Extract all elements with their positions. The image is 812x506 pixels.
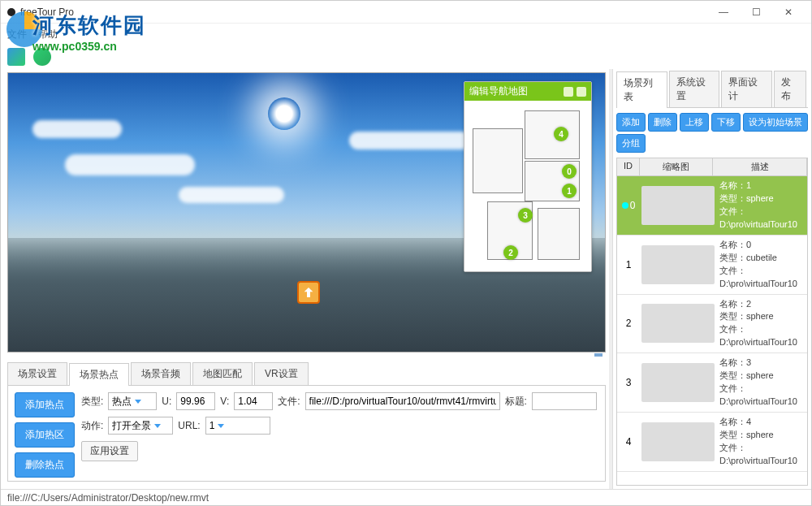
- set-initial-button[interactable]: 设为初始场景: [743, 113, 808, 132]
- minimap-panel[interactable]: 编辑导航地图 0 1 2: [464, 81, 592, 272]
- url-label: URL:: [178, 420, 200, 431]
- scene-thumbnail[interactable]: [641, 422, 715, 461]
- selected-indicator-icon: [622, 202, 628, 209]
- minimap-header[interactable]: 编辑导航地图: [464, 82, 591, 101]
- status-path: file:///C:/Users/Administrator/Desktop/n…: [7, 492, 209, 504]
- add-button[interactable]: 添加: [616, 113, 646, 132]
- scene-description: 名称：0类型：cubetile文件：D:\pro\virtualTour10: [716, 239, 807, 291]
- minimap-point-0[interactable]: 0: [562, 164, 577, 179]
- menu-help[interactable]: 帮助: [38, 28, 58, 41]
- window-title: freeTour Pro: [20, 6, 707, 18]
- type-label: 类型:: [81, 395, 103, 409]
- scene-list[interactable]: 0名称：1类型：sphere文件：D:\pro\virtualTour101名称…: [616, 176, 808, 486]
- move-down-button[interactable]: 下移: [711, 113, 741, 132]
- tab-ui-design[interactable]: 界面设计: [721, 71, 772, 107]
- minimap-body[interactable]: 0 1 2 3 4: [464, 101, 591, 271]
- scene-id: 3: [617, 377, 640, 388]
- minimap-restore-icon[interactable]: [577, 87, 586, 97]
- bottom-tab-row: 场景设置 场景热点 场景音频 地图匹配 VR设置: [7, 362, 606, 386]
- cloud-decoration: [349, 132, 471, 149]
- menubar: 文件 帮助: [1, 24, 811, 45]
- scene-id: 4: [617, 436, 640, 448]
- u-label: U:: [162, 396, 171, 407]
- minimap-point-3[interactable]: 3: [518, 208, 533, 223]
- toolbar-icon-2[interactable]: [33, 48, 51, 66]
- menu-file[interactable]: 文件: [7, 28, 27, 41]
- scene-id: 2: [617, 318, 640, 329]
- minimize-button[interactable]: —: [707, 2, 740, 23]
- cloud-decoration: [32, 120, 122, 138]
- tab-scene-hotspot[interactable]: 场景热点: [69, 363, 129, 386]
- hotspot-panel: 添加热点 添加热区 删除热点 类型: 热点 U: V: 文件: 标题:: [7, 386, 606, 482]
- hotspot-panel-form: 类型: 热点 U: V: 文件: 标题: 动作: 打开全景 URL: 1: [81, 392, 598, 474]
- minimap-point-2[interactable]: 2: [503, 245, 518, 260]
- right-tab-row: 场景列表 系统设置 界面设计 发布: [616, 71, 808, 108]
- delete-hotspot-button[interactable]: 删除热点: [15, 452, 75, 478]
- type-select[interactable]: 热点: [108, 392, 157, 410]
- file-input[interactable]: [305, 392, 500, 410]
- minimap-point-1[interactable]: 1: [562, 184, 577, 198]
- cloud-decoration: [179, 187, 284, 203]
- scene-description: 名称：3类型：sphere文件：D:\pro\virtualTour10: [716, 357, 807, 409]
- scene-thumbnail[interactable]: [641, 245, 715, 284]
- minimap-minimize-icon[interactable]: [564, 87, 573, 97]
- v-label: V:: [220, 396, 229, 407]
- hotspot-marker[interactable]: [297, 281, 320, 304]
- scene-row[interactable]: 0名称：1类型：sphere文件：D:\pro\virtualTour10: [617, 176, 807, 236]
- left-pane: 编辑导航地图 0 1 2: [1, 69, 609, 489]
- scene-row[interactable]: 1名称：0类型：cubetile文件：D:\pro\virtualTour10: [617, 236, 807, 295]
- maximize-button[interactable]: ☐: [740, 2, 772, 23]
- main-area: 编辑导航地图 0 1 2: [1, 69, 811, 489]
- scene-thumbnail[interactable]: [641, 304, 715, 343]
- u-input[interactable]: [176, 392, 215, 410]
- scene-thumbnail[interactable]: [641, 186, 715, 225]
- scene-description: 名称：1类型：sphere文件：D:\pro\virtualTour10: [716, 179, 807, 231]
- action-select[interactable]: 打开全景: [108, 417, 173, 435]
- file-label: 文件:: [278, 395, 300, 409]
- header-desc: 描述: [713, 158, 807, 175]
- toolbar-icon-1[interactable]: [7, 48, 25, 66]
- app-icon: [7, 8, 15, 16]
- delete-button[interactable]: 删除: [648, 113, 677, 132]
- scene-row[interactable]: 2名称：2类型：sphere文件：D:\pro\virtualTour10: [617, 295, 807, 354]
- tab-scene-audio[interactable]: 场景音频: [131, 362, 191, 385]
- floorplan: 0 1 2 3 4: [468, 104, 588, 268]
- move-up-button[interactable]: 上移: [680, 113, 709, 132]
- hotspot-panel-buttons: 添加热点 添加热区 删除热点: [15, 392, 75, 474]
- close-button[interactable]: ✕: [772, 2, 805, 23]
- header-thumb: 缩略图: [640, 158, 713, 175]
- add-hotzone-button[interactable]: 添加热区: [15, 422, 75, 448]
- minimap-title: 编辑导航地图: [469, 84, 528, 98]
- scene-row[interactable]: 3名称：3类型：sphere文件：D:\pro\virtualTour10: [617, 353, 807, 413]
- horizontal-splitter[interactable]: [7, 352, 606, 357]
- cloud-decoration: [65, 154, 195, 175]
- tab-vr-settings[interactable]: VR设置: [254, 362, 309, 385]
- action-label: 动作:: [81, 419, 103, 433]
- add-hotspot-button[interactable]: 添加热点: [15, 392, 75, 417]
- scene-description: 名称：4类型：sphere文件：D:\pro\virtualTour10: [716, 416, 807, 468]
- chevron-down-icon: [135, 400, 141, 404]
- titlebar: freeTour Pro — ☐ ✕: [1, 1, 811, 24]
- statusbar: file:///C:/Users/Administrator/Desktop/n…: [1, 489, 811, 505]
- panorama-viewport[interactable]: 编辑导航地图 0 1 2: [7, 72, 606, 352]
- tab-scene-list[interactable]: 场景列表: [616, 71, 667, 108]
- tab-scene-settings[interactable]: 场景设置: [7, 362, 67, 385]
- minimap-point-4[interactable]: 4: [554, 127, 568, 141]
- tab-map-match[interactable]: 地图匹配: [192, 362, 253, 385]
- title-label: 标题:: [505, 395, 527, 409]
- url-select[interactable]: 1: [205, 417, 270, 435]
- sun-icon: [268, 97, 300, 130]
- tab-publish[interactable]: 发布: [774, 71, 806, 107]
- scene-row[interactable]: 4名称：4类型：sphere文件：D:\pro\virtualTour10: [617, 413, 807, 472]
- title-input[interactable]: [532, 392, 597, 410]
- scene-id: 1: [617, 259, 640, 270]
- tab-system-settings[interactable]: 系统设置: [669, 71, 720, 107]
- group-button[interactable]: 分组: [616, 134, 646, 153]
- apply-button[interactable]: 应用设置: [81, 441, 138, 461]
- right-pane: 场景列表 系统设置 界面设计 发布 添加 删除 上移 下移 设为初始场景 分组 …: [612, 69, 811, 489]
- toolbar: [1, 45, 811, 69]
- v-input[interactable]: [234, 392, 273, 410]
- window-controls: — ☐ ✕: [707, 2, 805, 23]
- scene-id: 0: [617, 200, 640, 211]
- scene-thumbnail[interactable]: [641, 363, 715, 402]
